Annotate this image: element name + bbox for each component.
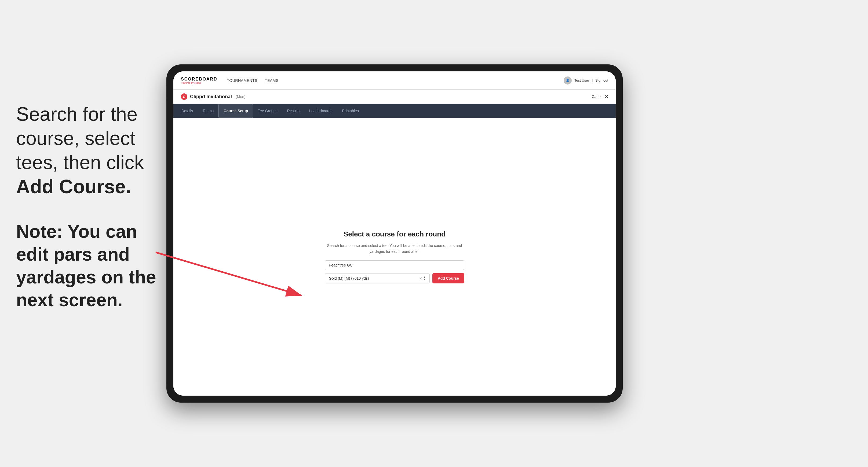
nav-teams[interactable]: TEAMS: [265, 79, 279, 83]
tab-tee-groups-label: Tee Groups: [258, 109, 277, 113]
ann-line4-bold: Add Course.: [16, 176, 131, 197]
ann-note-label: Note:: [16, 221, 63, 242]
cancel-button[interactable]: Cancel ✕: [592, 94, 608, 99]
tab-navigation: Details Teams Course Setup Tee Groups Re…: [174, 104, 616, 118]
card-description: Search for a course and select a tee. Yo…: [325, 243, 464, 255]
tab-results-label: Results: [287, 109, 300, 113]
search-field-wrap: [325, 260, 464, 270]
logo-text: SCOREBOARD: [181, 77, 217, 82]
annotation-note: Note: You can edit pars and yardages on …: [16, 220, 166, 311]
tab-teams-label: Teams: [203, 109, 214, 113]
tournament-title: Clippd Invitational: [190, 94, 232, 100]
tab-leaderboards[interactable]: Leaderboards: [304, 104, 337, 118]
logo-sub: Powered by clippd: [181, 82, 217, 84]
course-setup-card: Select a course for each round Search fo…: [325, 230, 464, 284]
nav-links: TOURNAMENTS TEAMS: [227, 79, 564, 83]
user-name: Test User: [575, 79, 589, 83]
tournament-title-area: C Clippd Invitational (Men): [181, 93, 246, 100]
nav-tournaments[interactable]: TOURNAMENTS: [227, 79, 257, 83]
logo: SCOREBOARD Powered by clippd: [181, 77, 217, 84]
tab-details[interactable]: Details: [177, 104, 198, 118]
tablet-frame: SCOREBOARD Powered by clippd TOURNAMENTS…: [166, 64, 623, 403]
top-nav: SCOREBOARD Powered by clippd TOURNAMENTS…: [174, 71, 616, 90]
tab-printables[interactable]: Printables: [337, 104, 364, 118]
ann-note-text3: yardages on the: [16, 267, 156, 287]
ann-note-text2: edit pars and: [16, 244, 130, 264]
tee-selection-row: Gold (M) (M) (7010 yds) ✕ ▲ ▼ Add Course: [325, 273, 464, 283]
tee-select-controls: ✕ ▲ ▼: [419, 276, 426, 281]
tournament-subtitle: (Men): [236, 94, 246, 99]
tee-select-value: Gold (M) (M) (7010 yds): [329, 276, 369, 280]
ann-note-text1: You can: [63, 221, 137, 242]
card-title: Select a course for each round: [325, 230, 464, 238]
tab-details-label: Details: [181, 109, 193, 113]
tab-leaderboards-label: Leaderboards: [309, 109, 332, 113]
tab-teams[interactable]: Teams: [198, 104, 218, 118]
nav-separator: |: [592, 79, 593, 83]
ann-line2: course, select: [16, 127, 135, 149]
sign-out-link[interactable]: Sign out: [595, 79, 608, 83]
tournament-icon: C: [181, 93, 187, 100]
main-content: Select a course for each round Search fo…: [174, 118, 616, 396]
ann-line3: tees, then click: [16, 152, 144, 173]
add-course-button[interactable]: Add Course: [432, 273, 464, 283]
tournament-header: C Clippd Invitational (Men) Cancel ✕: [174, 90, 616, 104]
course-search-input[interactable]: [325, 260, 464, 270]
cancel-label: Cancel: [592, 94, 603, 99]
tablet-screen: SCOREBOARD Powered by clippd TOURNAMENTS…: [174, 71, 616, 396]
ann-note-text4: next screen.: [16, 289, 123, 310]
user-avatar: 👤: [564, 76, 572, 85]
tee-arrows-icon: ▲ ▼: [423, 276, 426, 281]
tab-printables-label: Printables: [342, 109, 359, 113]
tab-tee-groups[interactable]: Tee Groups: [253, 104, 282, 118]
cancel-x-icon: ✕: [605, 94, 608, 99]
nav-right: 👤 Test User | Sign out: [564, 76, 608, 85]
tab-course-setup-label: Course Setup: [224, 109, 248, 113]
ann-line1: Search for the: [16, 103, 137, 125]
tee-select-dropdown[interactable]: Gold (M) (M) (7010 yds) ✕ ▲ ▼: [325, 273, 430, 283]
tab-results[interactable]: Results: [282, 104, 304, 118]
annotation-block: Search for the course, select tees, then…: [16, 102, 166, 311]
tee-clear-icon[interactable]: ✕: [419, 276, 422, 280]
tab-course-setup[interactable]: Course Setup: [218, 104, 253, 118]
annotation-text: Search for the course, select tees, then…: [16, 102, 166, 198]
